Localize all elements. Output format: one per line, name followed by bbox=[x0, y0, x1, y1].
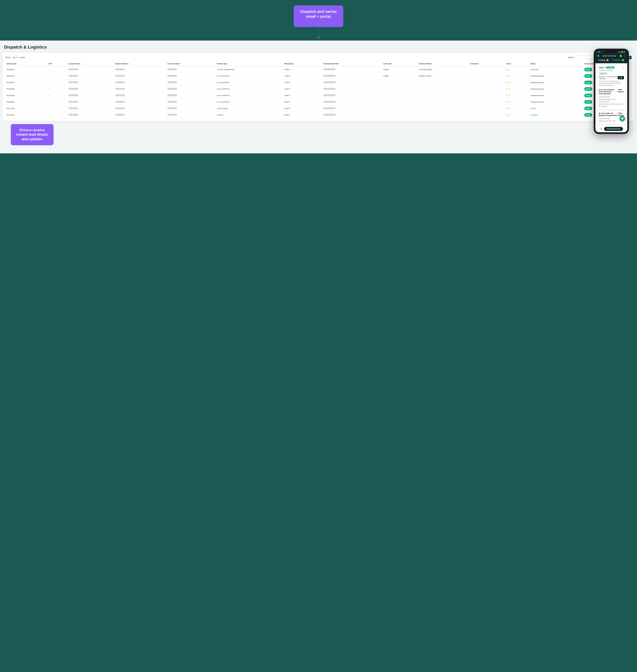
unschedule-button[interactable]: Unschedule Drop bbox=[604, 127, 623, 131]
col-address: Delivery Address bbox=[114, 61, 166, 66]
action-icon[interactable]: ⚡ bbox=[509, 101, 511, 103]
completed-tab[interactable]: Completed 0 bbox=[611, 58, 625, 62]
cell-terminal bbox=[322, 92, 382, 99]
action-icon[interactable]: ⚡ bbox=[509, 69, 511, 71]
action-icon[interactable]: ⚡ bbox=[509, 108, 511, 110]
cell-location bbox=[68, 112, 114, 118]
entries-select[interactable]: 10 25 50 bbox=[11, 56, 19, 59]
drop-button[interactable]: Drop bbox=[584, 107, 592, 110]
drop-button[interactable]: Drop bbox=[584, 113, 592, 117]
cell-customer bbox=[166, 86, 216, 92]
phone-status-bar: 1:01 ●●●📶🔋 bbox=[595, 50, 627, 53]
row-checkbox[interactable] bbox=[506, 88, 508, 90]
load-time: 2:00 AM – 5:00 AM bbox=[599, 70, 624, 71]
cell-quantity: 7,000 G bbox=[283, 86, 322, 92]
cell-product: ULSD #2 Dyed bbox=[216, 105, 283, 112]
col-delivery-date: Delivery Date bbox=[5, 61, 48, 66]
drop-button[interactable]: Drop bbox=[584, 100, 592, 104]
col-terminal: Terminal/ Bulk Plant bbox=[322, 61, 382, 66]
cell-date: 04/17/2024 bbox=[5, 112, 48, 118]
cell-po: -- bbox=[48, 79, 68, 86]
row-checkbox[interactable] bbox=[506, 114, 508, 116]
action-icon[interactable]: ⚡ bbox=[509, 94, 511, 97]
table-row: 04/19/2024 -- 87 oct w/10% eth 7,000 G ⚡… bbox=[5, 86, 632, 92]
cell-address bbox=[114, 112, 166, 118]
cell-comments bbox=[469, 86, 505, 92]
status-badge: Scheduled bbox=[530, 69, 539, 71]
search-icon[interactable]: 🔍 bbox=[600, 127, 603, 130]
product-1-row: Conv. 91 Unleaded Prem (Premium Conventi… bbox=[599, 89, 624, 95]
drop-button[interactable]: Drop bbox=[584, 81, 592, 84]
product-2-row: 87 oct w/ 10% eth (Regular Oxygenated) 7… bbox=[599, 112, 624, 117]
cell-product: 87 oct w/10% eth bbox=[216, 99, 283, 105]
cell-product: 91 oct w/10% eth bbox=[216, 79, 283, 86]
action-icon[interactable]: ⚡ bbox=[509, 88, 511, 90]
cell-quantity: 1,500 G bbox=[283, 66, 322, 73]
table-row: 04/19/2024 -- 91 oct w/10% eth 3,500 G ⚡… bbox=[5, 92, 632, 99]
product-1-loadcode: Load Code# N/A bbox=[599, 96, 624, 98]
table-row: 04/24/2024 -- Conv.91 Unleaded Prem 1,50… bbox=[5, 66, 632, 73]
row-checkbox[interactable] bbox=[506, 101, 508, 103]
info-icon[interactable]: ℹ bbox=[623, 67, 624, 69]
cell-status: Accepted bbox=[529, 112, 583, 118]
add-icon[interactable]: ⊕ bbox=[597, 54, 599, 57]
cell-customer bbox=[166, 73, 216, 79]
cell-product: 87 oct w/10% eth bbox=[216, 86, 283, 92]
cell-po: -- bbox=[48, 86, 68, 92]
cell-window bbox=[418, 79, 469, 86]
search-label: Search: bbox=[568, 56, 575, 58]
cell-window bbox=[418, 92, 469, 99]
cell-location bbox=[68, 92, 114, 99]
drop-button[interactable]: Drop bbox=[584, 68, 592, 71]
chat-fab[interactable]: 💬 bbox=[619, 116, 625, 122]
cell-comments bbox=[469, 112, 505, 118]
cell-window bbox=[418, 112, 469, 118]
menu-icon[interactable]: ⋮ bbox=[623, 55, 625, 57]
cell-action: ⚡ bbox=[505, 73, 529, 79]
page-title: Dispatch & Logistics bbox=[3, 44, 634, 50]
placeholder-2 bbox=[599, 83, 621, 84]
row-checkbox[interactable] bbox=[506, 69, 508, 70]
col-status: Status bbox=[529, 61, 583, 66]
cell-date: 04/19/2024 bbox=[5, 92, 48, 99]
cell-customer bbox=[166, 92, 216, 99]
cell-action: ⚡ bbox=[505, 92, 529, 99]
col-customer: Customer Name bbox=[166, 61, 216, 66]
phone-tabs: Pending 1 Completed 0 bbox=[595, 58, 627, 63]
drop-button[interactable]: Drop bbox=[584, 87, 592, 91]
table-row: 04/19/2024 -- 87 oct w/10% eth 5,000 G ⚡… bbox=[5, 99, 632, 105]
cell-product: Conv.91 Unleaded Prem bbox=[216, 66, 283, 73]
action-icon[interactable]: ⚡ bbox=[509, 81, 511, 83]
hero-badge: Dispatch and carrier email + portal bbox=[294, 5, 343, 27]
drop-button[interactable]: Drop bbox=[584, 94, 592, 97]
table-row: 04/17/2024 -- ULSD #2 6,500 G ⚡ Accepted… bbox=[5, 112, 632, 118]
phone-notch bbox=[606, 50, 617, 53]
action-icon[interactable]: ⚡ bbox=[509, 114, 511, 116]
cell-customer bbox=[166, 112, 216, 118]
drop-button[interactable]: Drop bbox=[584, 74, 592, 78]
show-label: Show bbox=[5, 56, 10, 58]
cell-status: Pending Response bbox=[529, 79, 583, 86]
data-table: Delivery Date PO # Location Name Deliver… bbox=[5, 61, 632, 118]
cell-terminal bbox=[322, 112, 382, 118]
bell-icon[interactable]: 🔔 bbox=[619, 55, 622, 57]
cell-customer bbox=[166, 79, 216, 86]
row-checkbox[interactable] bbox=[506, 108, 508, 109]
status-badge: Missed bbox=[530, 108, 536, 110]
row-checkbox[interactable] bbox=[506, 95, 508, 96]
action-icon[interactable]: ⚡ bbox=[509, 75, 511, 77]
cell-po: -- bbox=[48, 105, 68, 112]
lift-button[interactable]: Lift bbox=[618, 76, 624, 79]
terminal-text: Terminal : Tesoro Refining – Mandan bbox=[599, 76, 618, 80]
cell-date: 04/19/2024 bbox=[5, 79, 48, 86]
prev-date-btn[interactable]: ◀ bbox=[603, 55, 604, 57]
next-date-btn[interactable]: ▶ bbox=[615, 55, 616, 57]
cell-loadcode: 123456 bbox=[382, 66, 418, 73]
row-checkbox[interactable] bbox=[506, 75, 508, 77]
row-checkbox[interactable] bbox=[506, 81, 508, 83]
phone-section: 1:01 ●●●📶🔋 ⊕ ◀ 04/20/2024 ▶ 🔔 ⋮ bbox=[594, 49, 629, 134]
cell-customer bbox=[166, 105, 216, 112]
cell-quantity: 1,500 G bbox=[283, 79, 322, 86]
pending-tab[interactable]: Pending 1 bbox=[597, 58, 610, 62]
cell-comments: -- bbox=[469, 66, 505, 73]
